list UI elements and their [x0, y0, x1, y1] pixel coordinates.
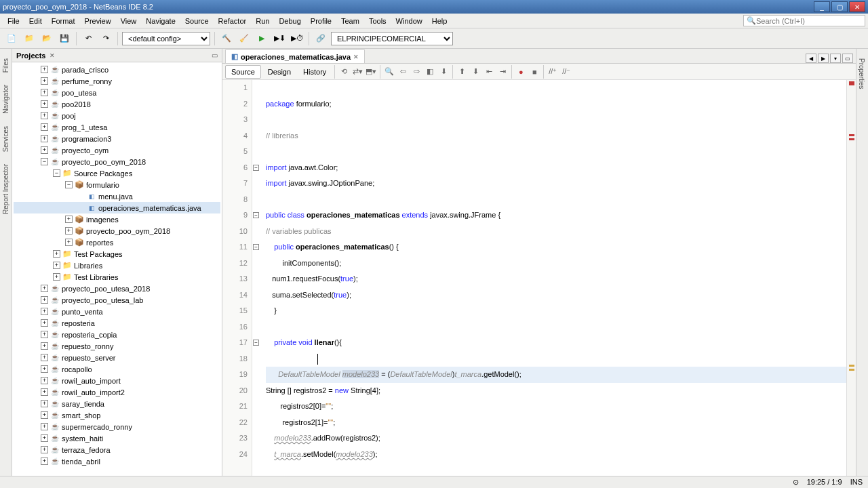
editor-tab[interactable]: ◧ operaciones_matematicas.java ✕ [225, 49, 365, 63]
redo-button[interactable]: ↷ [98, 31, 113, 46]
menu-team[interactable]: Team [336, 15, 364, 27]
tree-toggle-icon[interactable]: − [65, 181, 73, 188]
new-project-button[interactable]: 📁 [22, 31, 37, 46]
debug-button[interactable]: ▶⬇ [272, 31, 287, 46]
tree-toggle-icon[interactable]: + [41, 319, 48, 327]
panel-minimize-icon[interactable]: ▭ [212, 52, 218, 59]
tree-node[interactable]: +☕reposteria_copia [14, 329, 220, 340]
tree-toggle-icon[interactable]: + [41, 400, 48, 407]
find-next-button[interactable]: ⇨ [410, 66, 422, 78]
tree-toggle-icon[interactable]: + [41, 308, 48, 315]
tree-toggle-icon[interactable]: + [65, 239, 73, 246]
tree-node[interactable]: +☕rocapollo [14, 363, 220, 375]
menu-navigate[interactable]: Navigate [141, 15, 180, 27]
minimize-button[interactable]: _ [814, 1, 830, 12]
code-area[interactable]: 123456789101112131415161718192021222324 … [222, 80, 856, 476]
tree-node[interactable]: +☕parada_crisco [14, 64, 220, 75]
tree-toggle-icon[interactable]: + [41, 411, 48, 419]
next-bookmark-button[interactable]: ⬇ [469, 66, 481, 78]
menu-preview[interactable]: Preview [80, 15, 116, 27]
quick-search[interactable]: 🔍 [743, 15, 865, 26]
properties-tab[interactable]: Properties [856, 56, 867, 92]
tree-toggle-icon[interactable]: + [53, 250, 60, 258]
fold-column[interactable]: −−−− [252, 80, 262, 476]
tree-node[interactable]: +📦proyecto_poo_oym_2018 [14, 225, 220, 237]
tree-node[interactable]: +☕saray_tienda [14, 398, 220, 409]
find-selection-button[interactable]: 🔍 [383, 66, 395, 78]
menu-file[interactable]: File [3, 15, 24, 27]
error-strip[interactable] [846, 80, 856, 476]
tree-toggle-icon[interactable]: + [41, 123, 48, 131]
macro-start-button[interactable]: ● [515, 66, 527, 78]
tree-toggle-icon[interactable]: − [53, 169, 60, 177]
menu-debug[interactable]: Debug [274, 15, 305, 27]
tree-node[interactable]: +☕proyecto_poo_utesa_2018 [14, 283, 220, 294]
tree-toggle-icon[interactable]: + [41, 296, 48, 304]
config-combo[interactable]: <default config> [122, 32, 210, 45]
nav-back-button[interactable]: ◀ [806, 54, 816, 63]
tree-toggle-icon[interactable]: + [65, 227, 73, 235]
uncomment-button[interactable]: //⁻ [560, 66, 572, 78]
close-button[interactable]: ✕ [849, 1, 865, 12]
tree-node[interactable]: −📁Source Packages [14, 167, 220, 179]
menu-profile[interactable]: Profile [306, 15, 336, 27]
tree-toggle-icon[interactable]: + [41, 146, 48, 154]
tree-node[interactable]: +☕rowil_auto_import [14, 375, 220, 386]
nav-fwd-button[interactable]: ▶ [818, 54, 829, 63]
profile-button[interactable]: ▶⏱ [290, 31, 304, 46]
tree-toggle-icon[interactable]: + [41, 388, 48, 396]
tree-toggle-icon[interactable]: + [53, 273, 60, 281]
tree-toggle-icon[interactable]: − [41, 158, 48, 165]
tree-node[interactable]: +☕reposteria [14, 317, 220, 329]
tree-toggle-icon[interactable]: + [41, 285, 48, 292]
tree-node[interactable]: +☕system_haiti [14, 432, 220, 444]
tree-node[interactable]: +☕rowil_auto_import2 [14, 386, 220, 398]
build-button[interactable]: 🔨 [219, 31, 234, 46]
tree-toggle-icon[interactable]: + [41, 423, 48, 430]
notifications-icon[interactable]: ⊙ [793, 478, 799, 487]
mode-history[interactable]: History [298, 66, 332, 78]
tree-node[interactable]: +☕poo_utesa [14, 87, 220, 98]
shift-right-button[interactable]: ⇥ [496, 66, 509, 78]
undo-button[interactable]: ↶ [81, 31, 96, 46]
rail-tab-files[interactable]: Files [1, 56, 11, 75]
tree-toggle-icon[interactable]: + [41, 377, 48, 384]
tree-toggle-icon[interactable]: + [41, 77, 48, 85]
menu-refactor[interactable]: Refactor [214, 15, 252, 27]
tree-node[interactable]: +📦imagenes [14, 214, 220, 225]
tree-node[interactable]: +☕pooj [14, 110, 220, 121]
tree-toggle-icon[interactable]: + [41, 434, 48, 442]
menu-window[interactable]: Window [391, 15, 427, 27]
tree-toggle-icon[interactable]: + [41, 112, 48, 119]
tree-node[interactable]: ◧menu.java [14, 190, 220, 202]
tree-toggle-icon[interactable]: + [41, 446, 48, 453]
tree-node[interactable]: +☕prog_1_utesa [14, 121, 220, 133]
mode-source[interactable]: Source [225, 65, 261, 79]
tree-toggle-icon[interactable]: + [41, 354, 48, 361]
tree-toggle-icon[interactable]: + [41, 135, 48, 142]
sync-button[interactable]: ⇄▾ [351, 66, 363, 78]
last-edit-button[interactable]: ⟲ [338, 66, 350, 78]
tree-node[interactable]: +☕programacion3 [14, 133, 220, 144]
open-button[interactable]: 📂 [39, 31, 54, 46]
tree-node[interactable]: −☕proyecto_poo_oym_2018 [14, 156, 220, 167]
tree-node[interactable]: +☕poo2018 [14, 98, 220, 110]
tree-toggle-icon[interactable]: + [41, 66, 48, 73]
code-lines[interactable]: package formulario;// libreriasimport ja… [262, 80, 846, 476]
tree-toggle-icon[interactable]: + [41, 365, 48, 373]
maximize-button[interactable]: ▢ [831, 1, 848, 12]
new-file-button[interactable]: 📄 [4, 31, 19, 46]
comment-button[interactable]: //⁺ [547, 66, 559, 78]
tree-node[interactable]: +📁Libraries [14, 260, 220, 271]
toggle-highlight-button[interactable]: ◧ [424, 66, 436, 78]
tree-node[interactable]: +☕terraza_fedora [14, 444, 220, 455]
tab-close-icon[interactable]: ✕ [353, 54, 359, 60]
prev-bookmark-button[interactable]: ⬆ [456, 66, 468, 78]
shift-left-button[interactable]: ⇤ [483, 66, 495, 78]
tree-node[interactable]: −📦formulario [14, 179, 220, 190]
tree-node[interactable]: +☕repuesto_ronny [14, 340, 220, 352]
tree-node[interactable]: +☕punto_venta [14, 306, 220, 317]
tree-toggle-icon[interactable]: + [41, 342, 48, 350]
menu-tools[interactable]: Tools [364, 15, 391, 27]
menu-source[interactable]: Source [180, 15, 214, 27]
